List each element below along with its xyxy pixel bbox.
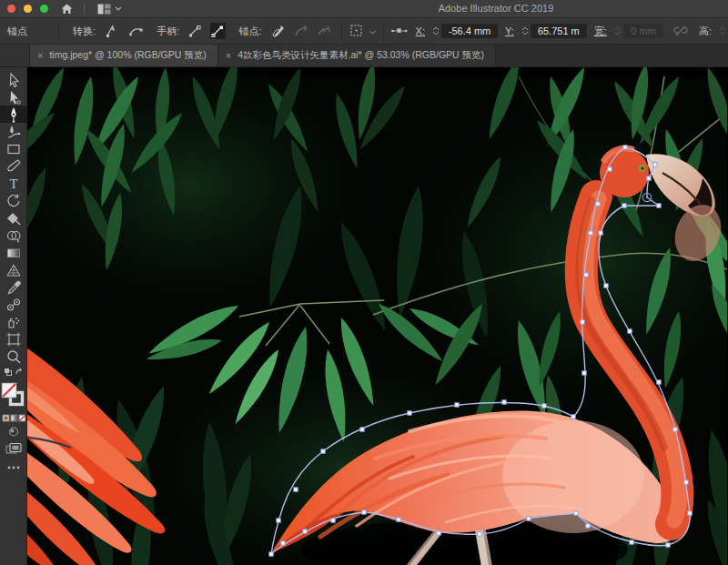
y-stepper[interactable] bbox=[521, 26, 529, 35]
rotate-tool-icon[interactable] bbox=[0, 192, 27, 209]
convert-label: 转换: bbox=[73, 25, 96, 38]
zoom-tool-icon[interactable] bbox=[0, 348, 27, 365]
pen-tool-icon[interactable] bbox=[0, 106, 27, 123]
rectangle-tool-icon[interactable] bbox=[0, 140, 27, 157]
convert-smooth-icon[interactable] bbox=[128, 23, 143, 39]
document-canvas[interactable] bbox=[27, 67, 727, 565]
handle-hide-icon[interactable] bbox=[187, 23, 202, 39]
link-chain-broken-icon[interactable] bbox=[672, 23, 689, 39]
minimize-button[interactable] bbox=[24, 5, 32, 13]
close-button[interactable] bbox=[7, 5, 15, 13]
curvature-tool-icon[interactable] bbox=[0, 123, 27, 140]
tab-label: timg.jpeg* @ 100% (RGB/GPU 预览) bbox=[49, 49, 206, 62]
chevron-down-icon[interactable] bbox=[369, 25, 376, 36]
panel-label: 锚点 bbox=[7, 25, 27, 38]
fill-stroke-indicator[interactable] bbox=[0, 381, 27, 412]
x-label: X: bbox=[416, 25, 425, 36]
flamingo-photo bbox=[27, 67, 727, 565]
swap-fill-stroke-icon[interactable] bbox=[0, 365, 27, 379]
separator bbox=[383, 21, 384, 41]
screen-mode-icon[interactable] bbox=[0, 439, 27, 458]
tabbar-spacer bbox=[0, 45, 30, 66]
mesh-tool-icon[interactable] bbox=[0, 261, 27, 278]
type-tool-icon[interactable]: T bbox=[0, 175, 27, 192]
close-tab-icon[interactable]: × bbox=[226, 50, 231, 61]
chevron-down-icon[interactable] bbox=[115, 6, 122, 11]
convert-corner-icon[interactable] bbox=[104, 23, 118, 39]
direct-selection-tool-icon[interactable] bbox=[0, 88, 27, 106]
edit-toolbar-ellipsis[interactable] bbox=[0, 458, 27, 478]
symbol-sprayer-tool-icon[interactable] bbox=[0, 313, 27, 330]
tab-label: 4款彩色鸟类设计矢量素材.ai* @ 53.03% (RGB/GPU 预览) bbox=[238, 49, 484, 62]
selection-tool-icon[interactable] bbox=[0, 71, 27, 88]
width-stepper bbox=[614, 26, 622, 35]
paintbrush-tool-icon[interactable] bbox=[0, 157, 27, 175]
zoom-button[interactable] bbox=[40, 5, 48, 13]
cut-path-icon[interactable] bbox=[317, 23, 331, 39]
width-label: 宽: bbox=[594, 25, 607, 38]
anchor-label: 锚点: bbox=[239, 25, 262, 38]
window-title: Adobe Illustrator CC 2019 bbox=[439, 3, 554, 14]
height-stepper bbox=[719, 26, 726, 35]
pen-remove-icon[interactable] bbox=[270, 23, 286, 39]
document-tab-bar: × timg.jpeg* @ 100% (RGB/GPU 预览) × 4款彩色鸟… bbox=[0, 45, 728, 67]
titlebar: Adobe Illustrator CC 2019 bbox=[0, 0, 728, 18]
blend-tool-icon[interactable] bbox=[0, 296, 27, 313]
home-icon[interactable] bbox=[61, 4, 73, 15]
artboard-tool-icon[interactable] bbox=[0, 330, 27, 348]
eyedropper-tool-icon[interactable] bbox=[0, 278, 27, 296]
tools-panel: T bbox=[0, 67, 27, 565]
close-tab-icon[interactable]: × bbox=[37, 50, 43, 61]
workspace-layout-icon[interactable] bbox=[97, 4, 111, 15]
x-stepper[interactable] bbox=[432, 26, 440, 35]
control-bar: 锚点 转换: 手柄: 锚点: X: -56.4 mm Y: 65.75 bbox=[0, 18, 728, 45]
anchor-point-icon bbox=[391, 23, 408, 39]
y-input[interactable]: 65.751 m bbox=[531, 24, 587, 38]
tab-timg-jpeg[interactable]: × timg.jpeg* @ 100% (RGB/GPU 预览) bbox=[30, 45, 218, 66]
y-label: Y: bbox=[505, 25, 514, 36]
width-input: 0 mm bbox=[623, 24, 663, 38]
shape-builder-tool-icon[interactable] bbox=[0, 227, 27, 244]
tab-bird-vector-ai[interactable]: × 4款彩色鸟类设计矢量素材.ai* @ 53.03% (RGB/GPU 预览) bbox=[218, 45, 496, 66]
svg-text:T: T bbox=[9, 177, 17, 191]
color-type-buttons[interactable] bbox=[0, 412, 27, 424]
shaper-tool-icon[interactable] bbox=[0, 209, 27, 227]
separator bbox=[58, 21, 59, 41]
handle-show-icon[interactable] bbox=[210, 23, 225, 39]
x-input[interactable]: -56.4 mm bbox=[441, 24, 498, 38]
separator bbox=[341, 21, 342, 41]
gradient-tool-icon[interactable] bbox=[0, 244, 27, 261]
isolate-selection-icon[interactable] bbox=[349, 23, 366, 39]
connect-path-icon[interactable] bbox=[294, 23, 308, 39]
handles-label: 手柄: bbox=[157, 25, 179, 38]
draw-mode-icon[interactable] bbox=[0, 424, 27, 439]
height-label: 高: bbox=[699, 25, 712, 38]
titlebar-separator bbox=[84, 4, 85, 15]
